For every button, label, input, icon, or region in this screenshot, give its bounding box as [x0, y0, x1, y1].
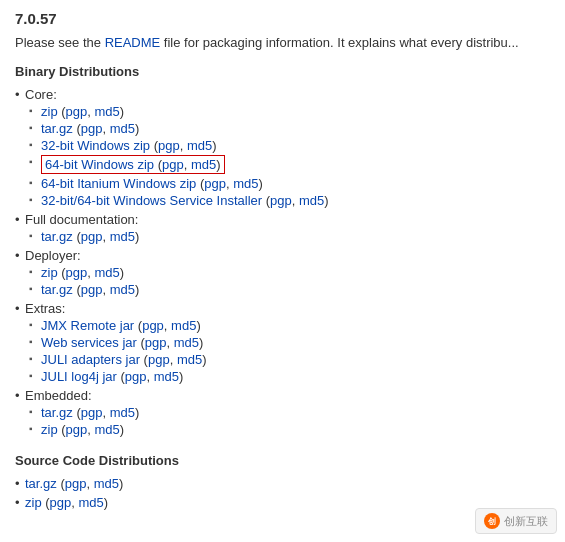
- deployer-targz-link[interactable]: tar.gz: [41, 282, 73, 297]
- source-section-title: Source Code Distributions: [15, 453, 550, 468]
- embedded-label: Embedded:: [25, 388, 92, 403]
- extras-label: Extras:: [25, 301, 65, 316]
- list-item: 32-bit/64-bit Windows Service Installer …: [41, 193, 550, 208]
- embedded-zip-md5-link[interactable]: md5: [95, 422, 120, 437]
- core-si-pgp-link[interactable]: pgp: [270, 193, 292, 208]
- list-item: JMX Remote jar (pgp, md5): [41, 318, 550, 333]
- list-item: Web services jar (pgp, md5): [41, 335, 550, 350]
- source-zip-link[interactable]: zip: [25, 495, 42, 510]
- core-targz-pgp-link[interactable]: pgp: [81, 121, 103, 136]
- extras-ws-md5-link[interactable]: md5: [174, 335, 199, 350]
- highlighted-box: 64-bit Windows zip (pgp, md5): [41, 155, 225, 174]
- list-item: tar.gz (pgp, md5): [41, 282, 550, 297]
- extras-ja-md5-link[interactable]: md5: [177, 352, 202, 367]
- core-32win-pgp-link[interactable]: pgp: [158, 138, 180, 153]
- core-32win-md5-link[interactable]: md5: [187, 138, 212, 153]
- core-64win-link[interactable]: 64-bit Windows zip: [45, 157, 154, 172]
- version-title: 7.0.57: [15, 10, 550, 27]
- deployer-targz-md5-link[interactable]: md5: [110, 282, 135, 297]
- watermark-icon: 创: [484, 513, 500, 529]
- watermark-text: 创新互联: [504, 514, 548, 529]
- extras-webservices-link[interactable]: Web services jar: [41, 335, 137, 350]
- extras-ws-pgp-link[interactable]: pgp: [145, 335, 167, 350]
- fulldocs-sub-list: tar.gz (pgp, md5): [25, 229, 550, 244]
- list-item: JULI adapters jar (pgp, md5): [41, 352, 550, 367]
- source-targz-pgp-link[interactable]: pgp: [65, 476, 87, 491]
- extras-jmx-md5-link[interactable]: md5: [171, 318, 196, 333]
- source-zip-md5-link[interactable]: md5: [79, 495, 104, 510]
- list-item-highlighted: 64-bit Windows zip (pgp, md5): [41, 155, 550, 174]
- source-targz-md5-link[interactable]: md5: [94, 476, 119, 491]
- core-zip-pgp-link[interactable]: pgp: [66, 104, 88, 119]
- extras-juli-log4j-link[interactable]: JULI log4j jar: [41, 369, 117, 384]
- core-label: Core:: [25, 87, 57, 102]
- core-zip-link[interactable]: zip: [41, 104, 58, 119]
- list-item: 64-bit Itanium Windows zip (pgp, md5): [41, 176, 550, 191]
- list-item: zip (pgp, md5): [41, 104, 550, 119]
- embedded-targz-pgp-link[interactable]: pgp: [81, 405, 103, 420]
- intro-text-after: file for packaging information. It expla…: [160, 35, 518, 50]
- list-item: tar.gz (pgp, md5): [41, 229, 550, 244]
- extras-jl-md5-link[interactable]: md5: [154, 369, 179, 384]
- deployer-zip-link[interactable]: zip: [41, 265, 58, 280]
- extras-jmx-pgp-link[interactable]: pgp: [142, 318, 164, 333]
- list-item-deployer: Deployer: zip (pgp, md5) tar.gz (pgp, md…: [25, 248, 550, 297]
- list-item-extras: Extras: JMX Remote jar (pgp, md5) Web se…: [25, 301, 550, 384]
- binary-distributions-section: Binary Distributions Core: zip (pgp, md5…: [15, 64, 550, 437]
- extras-ja-pgp-link[interactable]: pgp: [148, 352, 170, 367]
- list-item: zip (pgp, md5): [41, 265, 550, 280]
- core-64win-pgp-link[interactable]: pgp: [162, 157, 184, 172]
- core-itanium-pgp-link[interactable]: pgp: [204, 176, 226, 191]
- core-zip-md5-link[interactable]: md5: [95, 104, 120, 119]
- list-item: tar.gz (pgp, md5): [41, 405, 550, 420]
- core-si-md5-link[interactable]: md5: [299, 193, 324, 208]
- intro-paragraph: Please see the README file for packaging…: [15, 35, 550, 50]
- core-service-installer-link[interactable]: 32-bit/64-bit Windows Service Installer: [41, 193, 262, 208]
- embedded-zip-pgp-link[interactable]: pgp: [66, 422, 88, 437]
- extras-juli-adapters-link[interactable]: JULI adapters jar: [41, 352, 140, 367]
- core-itanium-md5-link[interactable]: md5: [233, 176, 258, 191]
- source-targz-link[interactable]: tar.gz: [25, 476, 57, 491]
- list-item: 32-bit Windows zip (pgp, md5): [41, 138, 550, 153]
- embedded-sub-list: tar.gz (pgp, md5) zip (pgp, md5): [25, 405, 550, 437]
- deployer-zip-pgp-link[interactable]: pgp: [66, 265, 88, 280]
- source-zip-pgp-link[interactable]: pgp: [50, 495, 72, 510]
- list-item-embedded: Embedded: tar.gz (pgp, md5) zip (pgp, md…: [25, 388, 550, 437]
- intro-text-before: Please see the: [15, 35, 105, 50]
- extras-jmx-link[interactable]: JMX Remote jar: [41, 318, 134, 333]
- list-item: tar.gz (pgp, md5): [41, 121, 550, 136]
- core-itanium-link[interactable]: 64-bit Itanium Windows zip: [41, 176, 196, 191]
- core-targz-link[interactable]: tar.gz: [41, 121, 73, 136]
- list-item: zip (pgp, md5): [41, 422, 550, 437]
- core-sub-list: zip (pgp, md5) tar.gz (pgp, md5) 32-bit …: [25, 104, 550, 208]
- deployer-zip-md5-link[interactable]: md5: [95, 265, 120, 280]
- deployer-targz-pgp-link[interactable]: pgp: [81, 282, 103, 297]
- watermark: 创 创新互联: [475, 508, 557, 534]
- fulldocs-targz-link[interactable]: tar.gz: [41, 229, 73, 244]
- deployer-label: Deployer:: [25, 248, 81, 263]
- binary-section-title: Binary Distributions: [15, 64, 550, 79]
- core-64win-md5-link[interactable]: md5: [191, 157, 216, 172]
- embedded-zip-link[interactable]: zip: [41, 422, 58, 437]
- core-targz-md5-link[interactable]: md5: [110, 121, 135, 136]
- binary-top-list: Core: zip (pgp, md5) tar.gz (pgp, md5) 3…: [15, 87, 550, 437]
- deployer-sub-list: zip (pgp, md5) tar.gz (pgp, md5): [25, 265, 550, 297]
- extras-sub-list: JMX Remote jar (pgp, md5) Web services j…: [25, 318, 550, 384]
- core-32win-link[interactable]: 32-bit Windows zip: [41, 138, 150, 153]
- source-distributions-section: Source Code Distributions tar.gz (pgp, m…: [15, 453, 550, 510]
- fulldocs-pgp-link[interactable]: pgp: [81, 229, 103, 244]
- embedded-targz-link[interactable]: tar.gz: [41, 405, 73, 420]
- source-top-list: tar.gz (pgp, md5) zip (pgp, md5): [15, 476, 550, 510]
- list-item-core: Core: zip (pgp, md5) tar.gz (pgp, md5) 3…: [25, 87, 550, 208]
- embedded-targz-md5-link[interactable]: md5: [110, 405, 135, 420]
- list-item-full-docs: Full documentation: tar.gz (pgp, md5): [25, 212, 550, 244]
- list-item: zip (pgp, md5): [25, 495, 550, 510]
- fulldocs-md5-link[interactable]: md5: [110, 229, 135, 244]
- readme-link[interactable]: README: [105, 35, 161, 50]
- list-item: tar.gz (pgp, md5): [25, 476, 550, 491]
- extras-jl-pgp-link[interactable]: pgp: [125, 369, 147, 384]
- list-item: JULI log4j jar (pgp, md5): [41, 369, 550, 384]
- fulldocs-label: Full documentation:: [25, 212, 138, 227]
